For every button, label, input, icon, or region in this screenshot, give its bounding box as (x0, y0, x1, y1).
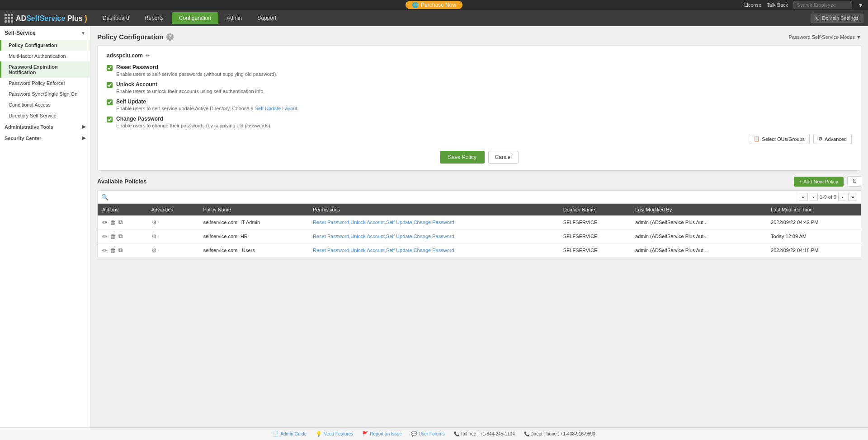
unlock-account-row: Unlock Account Enable users to unlock th… (107, 81, 852, 94)
copy-icon[interactable]: ⧉ (118, 233, 123, 240)
grid-icon[interactable] (5, 14, 13, 23)
change-password-checkbox[interactable] (107, 117, 113, 122)
row-modified-time: 2022/09/22 04:18 PM (766, 243, 861, 257)
talk-back-link[interactable]: Talk Back (767, 2, 788, 8)
report-issue-link[interactable]: 🚩 Report an Issue (362, 431, 402, 437)
sidebar-item-password-policy[interactable]: Password Policy Enforcer (0, 78, 90, 89)
password-modes-button[interactable]: Password Self-Service Modes ▼ (788, 34, 861, 40)
admin-tools-section[interactable]: Administrative Tools ▶ (0, 121, 90, 132)
row-modified-by: admin (ADSelfService Plus Aut... (631, 229, 766, 243)
chevron-right-icon: ▶ (82, 124, 85, 130)
select-ous-groups-button[interactable]: 📋 Select OUs/Groups (749, 134, 810, 144)
change-password-row: Change Password Enable users to change t… (107, 116, 852, 128)
page-title: Policy Configuration ? (97, 33, 174, 41)
chevron-down-icon: ▼ (81, 31, 85, 36)
first-page-button[interactable]: « (799, 193, 808, 201)
tab-support[interactable]: Support (250, 12, 283, 24)
tab-dashboard[interactable]: Dashboard (95, 12, 137, 24)
license-link[interactable]: License (744, 2, 761, 8)
purchase-now-button[interactable]: 🌐 Purchase Now (406, 1, 462, 9)
table-search-icon[interactable]: 🔍 (101, 194, 108, 201)
reset-password-checkbox[interactable] (107, 65, 113, 71)
top-bar: 🌐 Purchase Now License Talk Back ▼ (0, 0, 868, 10)
col-permissions: Permissions (308, 204, 559, 216)
cancel-button[interactable]: Cancel (488, 151, 519, 164)
edit-icon[interactable]: ✏ (102, 247, 107, 254)
save-policy-button[interactable]: Save Policy (440, 151, 485, 164)
tab-configuration[interactable]: Configuration (172, 12, 218, 24)
row-modified-by: admin (ADSelfService Plus Aut... (631, 215, 766, 229)
delete-icon[interactable]: 🗑 (110, 233, 116, 240)
sidebar-item-mfa[interactable]: Multi-factor Authentication (0, 51, 90, 61)
user-forums-link[interactable]: 💬 User Forums (411, 431, 445, 437)
gear-advanced-icon: ⚙ (818, 136, 823, 142)
settings-icon[interactable]: ⚙ (151, 247, 157, 254)
tab-reports[interactable]: Reports (137, 12, 171, 24)
self-update-desc: Enable users to self-service update Acti… (116, 106, 298, 111)
unlock-account-checkbox[interactable] (107, 82, 113, 88)
table-controls: 🔍 « ‹ 1-9 of 9 › » (97, 190, 861, 203)
col-actions: Actions (98, 204, 147, 216)
security-center-section[interactable]: Security Center ▶ (0, 132, 90, 144)
row-policy-name: selfservice.com -IT Admin (198, 215, 308, 229)
table-row: ✏ 🗑 ⧉ ⚙ selfservice.com- HR Reset Passwo… (98, 229, 861, 243)
row-modified-time: Today 12:09 AM (766, 229, 861, 243)
edit-domain-icon[interactable]: ✏ (146, 53, 150, 59)
self-update-layout-link[interactable]: Self Update Layout. (255, 106, 299, 111)
edit-icon[interactable]: ✏ (102, 219, 107, 226)
policy-card: adsspclu.com ✏ Reset Password Enable use… (97, 45, 861, 171)
purchase-icon: 🌐 (412, 2, 419, 8)
sidebar-item-conditional-access[interactable]: Conditional Access (0, 99, 90, 110)
doc-icon: 📄 (273, 431, 279, 437)
available-policies-title: Available Policies (97, 178, 146, 185)
sort-button[interactable]: ⇅ (847, 176, 861, 187)
edit-icon[interactable]: ✏ (102, 233, 107, 240)
prev-page-button[interactable]: ‹ (810, 193, 818, 201)
chevron-down-icon-modes: ▼ (856, 34, 861, 40)
copy-icon[interactable]: ⧉ (118, 219, 123, 226)
row-permissions: Reset Password,Unlock Account,Self Updat… (308, 229, 559, 243)
delete-icon[interactable]: 🗑 (110, 247, 116, 254)
sidebar: Self-Service ▼ Policy Configuration Mult… (0, 26, 90, 427)
change-password-desc: Enable users to change their passwords (… (116, 123, 272, 128)
sidebar-item-directory-self-service[interactable]: Directory Self Service (0, 110, 90, 121)
delete-icon[interactable]: 🗑 (110, 219, 116, 226)
last-page-button[interactable]: » (848, 193, 857, 201)
row-domain: SELFSERVICE (559, 215, 631, 229)
unlock-account-desc: Enable users to unlock their accounts us… (116, 89, 264, 94)
policies-table: Actions Advanced Policy Name Permissions… (97, 203, 861, 257)
sidebar-item-password-expiration[interactable]: Password Expiration Notification (0, 61, 90, 78)
sidebar-item-password-sync[interactable]: Password Sync/Single Sign On (0, 89, 90, 99)
main-layout: Self-Service ▼ Policy Configuration Mult… (0, 26, 868, 427)
phone-icon-2: 📞 (524, 431, 529, 436)
pagination: « ‹ 1-9 of 9 › » (799, 193, 857, 201)
user-icon[interactable]: ▼ (858, 2, 863, 9)
settings-icon[interactable]: ⚙ (151, 219, 157, 226)
row-modified-time: 2022/09/22 04:42 PM (766, 215, 861, 229)
admin-guide-link[interactable]: 📄 Admin Guide (273, 431, 307, 437)
copy-icon[interactable]: ⧉ (118, 247, 123, 254)
change-password-label: Change Password (116, 116, 272, 122)
settings-icon[interactable]: ⚙ (151, 233, 157, 240)
self-service-section[interactable]: Self-Service ▼ (0, 26, 90, 40)
available-policies-section: Available Policies + Add New Policy ⇅ 🔍 … (97, 176, 861, 257)
col-policy-name: Policy Name (198, 204, 308, 216)
col-advanced: Advanced (147, 204, 199, 216)
add-new-policy-button[interactable]: + Add New Policy (794, 177, 844, 187)
unlock-account-label: Unlock Account (116, 81, 264, 88)
advanced-button[interactable]: ⚙ Advanced (813, 134, 852, 144)
search-input[interactable] (793, 1, 852, 9)
next-page-button[interactable]: › (838, 193, 846, 201)
policy-actions-row: 📋 Select OUs/Groups ⚙ Advanced (107, 134, 852, 144)
save-cancel-row: Save Policy Cancel (107, 151, 852, 164)
self-update-label: Self Update (116, 98, 298, 105)
domain-row: adsspclu.com ✏ (107, 52, 852, 59)
col-domain: Domain Name (559, 204, 631, 216)
domain-settings-button[interactable]: ⚙ Domain Settings (811, 14, 863, 23)
logo-area: ADSelfService Plus ) (5, 14, 87, 23)
sidebar-item-policy-configuration[interactable]: Policy Configuration (0, 40, 90, 51)
help-icon[interactable]: ? (166, 33, 174, 41)
self-update-checkbox[interactable] (107, 99, 113, 105)
need-features-link[interactable]: 💡 Need Features (316, 431, 353, 437)
tab-admin[interactable]: Admin (219, 12, 249, 24)
